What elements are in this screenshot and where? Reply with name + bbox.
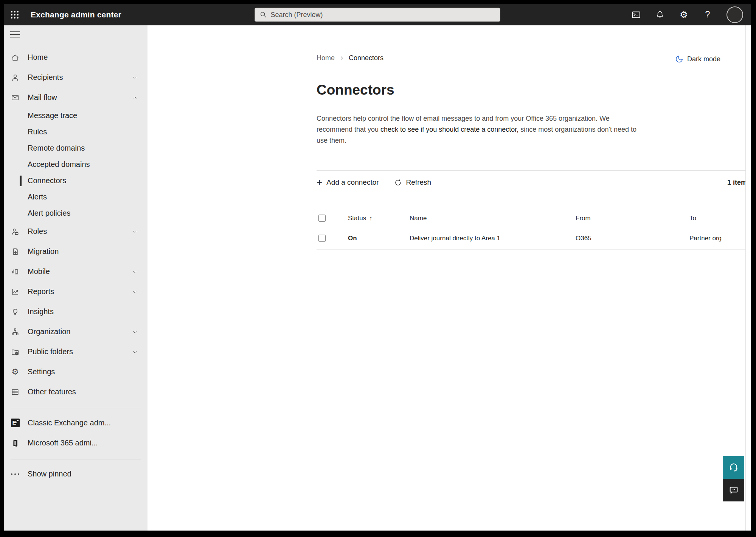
- sidebar-item-label: Insights: [28, 307, 54, 316]
- table-icon: [11, 388, 20, 397]
- sidebar-item-migration[interactable]: Migration: [4, 241, 147, 261]
- sidebar-item-label: Alert policies: [28, 209, 70, 218]
- sidebar-item-label: Microsoft 365 admi...: [28, 439, 98, 447]
- roles-icon: [11, 227, 20, 236]
- sidebar-divider: [11, 459, 141, 459]
- sidebar-item-label: Remote domains: [28, 144, 85, 153]
- settings-gear-icon[interactable]: ⚙: [679, 10, 689, 20]
- column-header-to[interactable]: To: [689, 215, 751, 222]
- sidebar-item-label: Connectors: [28, 176, 66, 185]
- add-connector-label: Add a connector: [326, 178, 379, 187]
- person-icon: [11, 73, 20, 82]
- powershell-icon[interactable]: [631, 10, 641, 20]
- sidebar-item-classic-exchange[interactable]: E Classic Exchange adm...: [4, 413, 147, 433]
- help-support-button[interactable]: [723, 456, 744, 479]
- mobile-icon: [11, 267, 20, 276]
- row-name[interactable]: Deliver journal directly to Area 1: [410, 235, 576, 242]
- sidebar-item-mobile[interactable]: Mobile: [4, 261, 147, 282]
- reports-icon: [11, 287, 20, 296]
- sidebar-item-remote-domains[interactable]: Remote domains: [4, 140, 147, 156]
- page-description: Connectors help control the flow of emai…: [317, 113, 638, 146]
- refresh-button[interactable]: Refresh: [394, 178, 432, 187]
- sidebar-item-home[interactable]: Home: [4, 47, 147, 67]
- sidebar-item-label: Alerts: [28, 193, 47, 201]
- main-content: Home Connectors Dark mode Connectors Con…: [147, 25, 751, 531]
- sort-ascending-icon: ↑: [369, 215, 372, 221]
- org-chart-icon: [11, 327, 20, 336]
- app-title: Exchange admin center: [31, 10, 121, 19]
- add-connector-button[interactable]: + Add a connector: [317, 178, 379, 187]
- row-checkbox[interactable]: [318, 235, 326, 242]
- select-all-checkbox[interactable]: [318, 215, 326, 222]
- sidebar-item-show-pinned[interactable]: Show pinned: [4, 464, 147, 484]
- sidebar-item-m365-admin[interactable]: Microsoft 365 admi...: [4, 433, 147, 453]
- breadcrumb-current: Connectors: [349, 54, 383, 62]
- help-icon[interactable]: ?: [703, 10, 713, 20]
- column-header-status[interactable]: Status↑: [348, 215, 410, 222]
- breadcrumb: Home Connectors: [317, 54, 383, 62]
- sidebar-item-accepted-domains[interactable]: Accepted domains: [4, 156, 147, 173]
- chevron-right-icon: [339, 56, 344, 61]
- headset-icon: [728, 462, 739, 473]
- sidebar-item-rules[interactable]: Rules: [4, 124, 147, 140]
- scroll-gutter: [745, 25, 751, 531]
- sidebar-item-label: Mobile: [28, 267, 50, 276]
- sidebar-item-connectors[interactable]: Connectors: [4, 173, 147, 189]
- dark-mode-toggle[interactable]: Dark mode: [675, 55, 720, 63]
- chevron-up-icon: [132, 95, 138, 100]
- item-count: 1 item: [727, 179, 747, 187]
- sidebar-item-label: Organization: [28, 327, 70, 336]
- app-window: Exchange admin center ⚙: [4, 4, 751, 531]
- sidebar-item-other-features[interactable]: Other features: [4, 382, 147, 402]
- breadcrumb-home-link[interactable]: Home: [317, 54, 335, 62]
- sidebar-item-roles[interactable]: Roles: [4, 221, 147, 241]
- sidebar-item-message-trace[interactable]: Message trace: [4, 107, 147, 124]
- mail-icon: [11, 93, 20, 102]
- connectors-table: Status↑ Name From To On Deliver journal …: [317, 210, 751, 250]
- table-header-row: Status↑ Name From To: [317, 210, 751, 227]
- selected-indicator: [20, 176, 22, 186]
- migration-icon: [11, 247, 20, 256]
- chevron-down-icon: [132, 75, 138, 80]
- refresh-label: Refresh: [406, 178, 432, 187]
- description-link[interactable]: check to see if you should create a conn…: [380, 126, 518, 133]
- chevron-down-icon: [132, 349, 138, 355]
- column-header-from[interactable]: From: [576, 215, 689, 222]
- microsoft-365-logo-icon: [11, 439, 20, 448]
- row-status: On: [348, 235, 410, 242]
- sidebar-item-reports[interactable]: Reports: [4, 282, 147, 302]
- sidebar-item-label: Other features: [28, 388, 76, 396]
- ellipsis-icon: [11, 470, 20, 479]
- global-search-input[interactable]: [271, 11, 495, 19]
- search-icon: [259, 11, 267, 19]
- notifications-bell-icon[interactable]: [655, 10, 665, 20]
- sidebar-item-label: Public folders: [28, 347, 73, 356]
- sidebar-item-mail-flow[interactable]: Mail flow: [4, 87, 147, 107]
- column-header-name[interactable]: Name: [410, 215, 576, 222]
- feedback-chat-button[interactable]: [723, 479, 744, 501]
- home-icon: [11, 53, 20, 62]
- row-to: Partner org: [689, 235, 751, 242]
- table-row[interactable]: On Deliver journal directly to Area 1 O3…: [317, 227, 751, 250]
- moon-icon: [675, 55, 683, 63]
- sidebar-item-label: Accepted domains: [28, 160, 90, 169]
- sidebar-item-label: Recipients: [28, 73, 63, 82]
- sidebar-item-label: Rules: [28, 128, 47, 136]
- sidebar-item-recipients[interactable]: Recipients: [4, 67, 147, 87]
- sidebar-item-public-folders[interactable]: Public folders: [4, 342, 147, 362]
- hamburger-menu-button[interactable]: [10, 31, 20, 37]
- refresh-icon: [394, 179, 402, 187]
- sidebar-item-organization[interactable]: Organization: [4, 322, 147, 342]
- sidebar-item-label: Message trace: [28, 111, 77, 120]
- sidebar-item-insights[interactable]: Insights: [4, 302, 147, 322]
- account-avatar[interactable]: [727, 6, 743, 23]
- global-search-box[interactable]: [255, 8, 500, 22]
- chevron-down-icon: [132, 289, 138, 294]
- sidebar-item-alerts[interactable]: Alerts: [4, 189, 147, 205]
- plus-icon: +: [317, 177, 322, 187]
- app-launcher-button[interactable]: [4, 4, 25, 25]
- sidebar-item-settings[interactable]: ⚙ Settings: [4, 362, 147, 382]
- sidebar-item-alert-policies[interactable]: Alert policies: [4, 205, 147, 221]
- dark-mode-label: Dark mode: [687, 55, 720, 63]
- sidebar-item-label: Mail flow: [28, 93, 57, 102]
